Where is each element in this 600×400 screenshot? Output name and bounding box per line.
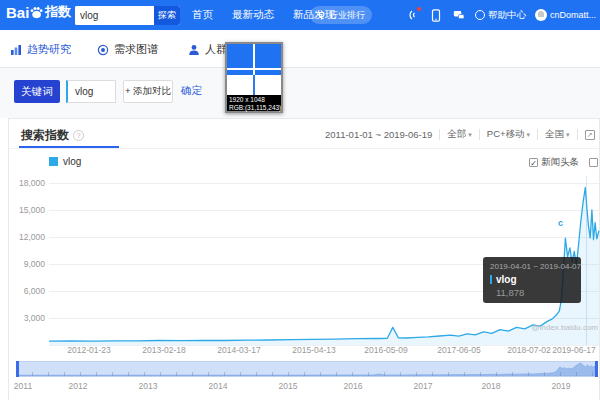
checkbox-unchecked-icon [589, 158, 598, 167]
checkbox-average[interactable]: 平均值 [589, 156, 600, 169]
baidu-index-logo[interactable]: Bai 指数 [6, 3, 71, 21]
tab-trend-research-label: 趋势研究 [27, 42, 71, 57]
year-label: 2011 [14, 381, 32, 391]
username: cnDomatt... [550, 10, 596, 20]
panel-tab-row: 搜索指数 ? 2011-01-01 ~ 2019-06-19 全部▾ PC+移动… [9, 119, 599, 149]
header-search: 探索 [75, 6, 180, 25]
keyword-value-box[interactable]: vlog [66, 80, 116, 103]
chevron-down-icon: ▾ [468, 131, 472, 139]
top-header: Bai 指数 探索 首页 最新动态 新品发现 行业排行 [0, 0, 600, 30]
help-question-icon[interactable]: ? [73, 130, 84, 141]
function-toolbar: 趋势研究 需求图谱 人群画像 [0, 30, 600, 68]
year-label: 2018 [482, 381, 501, 391]
year-label: 2017 [414, 381, 433, 391]
filter-all-dropdown[interactable]: 全部▾ [447, 128, 472, 141]
keyword-button[interactable]: 关键词 [14, 80, 60, 103]
legend-label: vlog [63, 156, 81, 167]
trend-chart-icon [10, 44, 22, 56]
year-label: 2013 [139, 381, 158, 391]
slider-handle-left[interactable] [16, 361, 19, 377]
feedback-icon[interactable] [452, 8, 466, 22]
logo-text: Bai [6, 4, 29, 21]
user-account[interactable]: cnDomatt... [535, 9, 596, 21]
magnifier-preview-blue [227, 44, 281, 75]
tooltip-date-range: 2019-04-01 ~ 2019-04-07 [490, 262, 574, 271]
demand-map-icon [97, 44, 109, 56]
mobile-icon[interactable] [429, 8, 443, 22]
x-tick: 2017-06-05 [437, 345, 480, 355]
slider-handle-right[interactable] [595, 361, 598, 377]
tooltip-value: 11,878 [496, 287, 574, 298]
tooltip-series-name: vlog [496, 274, 517, 285]
logo-suffix: 指数 [45, 3, 71, 21]
x-tick: 2014-03-17 [217, 345, 260, 355]
keyword-bar: 关键词 vlog + 添加对比 确定 [0, 68, 600, 118]
industry-ranking-button[interactable]: 行业排行 [310, 6, 372, 24]
magnifier-rgb: RGB:(31,115,243) [229, 104, 279, 112]
tab-search-index[interactable]: 搜索指数 ? [21, 127, 84, 144]
checkbox-news-headlines[interactable]: ✓ 新闻头条 [529, 156, 579, 169]
chevron-down-icon: ▾ [527, 131, 531, 139]
baidu-index-page: Bai 指数 探索 首页 最新动态 新品发现 行业排行 [0, 0, 600, 400]
help-center-label: 帮助中心 [488, 9, 526, 22]
magnifier-readout: 1920 x 1048 RGB:(31,115,243) [227, 95, 281, 111]
tab-demand-map-label: 需求图谱 [114, 42, 158, 57]
tab-search-index-label: 搜索指数 [21, 127, 69, 144]
help-center[interactable]: 帮助中心 [475, 9, 526, 22]
tooltip-series-swatch [490, 275, 492, 284]
avatar [535, 9, 547, 21]
color-picker-magnifier: 1920 x 1048 RGB:(31,115,243) [225, 42, 283, 113]
tab-demand-map[interactable]: 需求图谱 [97, 42, 158, 57]
year-label: 2015 [279, 381, 298, 391]
nav-home[interactable]: 首页 [192, 8, 213, 22]
trend-chart[interactable]: 18,000 15,000 12,000 9,000 6,000 3,000 c… [9, 173, 600, 355]
export-icon[interactable]: ↗ [585, 130, 595, 140]
search-input[interactable] [75, 6, 154, 25]
magnifier-preview-white [227, 75, 281, 95]
search-index-panel: 搜索指数 ? 2011-01-01 ~ 2019-06-19 全部▾ PC+移动… [8, 118, 600, 400]
nav-latest[interactable]: 最新动态 [232, 8, 274, 22]
year-label: 2016 [344, 381, 363, 391]
chart-checkboxes: ✓ 新闻头条 平均值 [529, 156, 600, 169]
year-label: 2019 [552, 381, 571, 391]
legend-row: vlog ✓ 新闻头条 平均值 [9, 149, 599, 173]
x-tick: 2012-01-23 [67, 345, 110, 355]
checkbox-checked-icon: ✓ [529, 158, 538, 167]
crosshair-vertical [253, 44, 255, 75]
legend-vlog[interactable]: vlog [49, 156, 81, 167]
magnifier-dimensions: 1920 x 1048 [229, 96, 279, 104]
x-tick: 2019-06-17 [552, 345, 595, 355]
legend-color-swatch [49, 157, 58, 166]
industry-ranking-label: 行业排行 [329, 9, 365, 22]
chart-tooltip: 2019-04-01 ~ 2019-04-07 vlog 11,878 [483, 257, 581, 303]
date-range[interactable]: 2011-01-01 ~ 2019-06-19 [325, 129, 432, 140]
notification-dot [417, 7, 421, 11]
paw-icon [29, 5, 44, 20]
x-tick: 2018-07-02 [507, 345, 550, 355]
x-tick: 2013-02-18 [142, 345, 185, 355]
slider-ticks [17, 372, 597, 376]
chart-controls: 2011-01-01 ~ 2019-06-19 全部▾ PC+移动▾ 全国▾ ↗ [325, 128, 595, 141]
search-button[interactable]: 探索 [154, 6, 180, 25]
ranking-icon [317, 11, 326, 20]
header-icons: 帮助中心 cnDomatt... [406, 0, 596, 30]
active-tab-underline [19, 146, 119, 148]
year-label: 2012 [69, 381, 88, 391]
time-range-slider[interactable] [16, 361, 598, 377]
filter-device-dropdown[interactable]: PC+移动▾ [487, 128, 530, 141]
broadcast-icon[interactable] [406, 8, 420, 22]
chevron-down-icon: ▾ [566, 131, 570, 139]
tab-trend-research[interactable]: 趋势研究 [10, 42, 71, 57]
add-compare-button[interactable]: + 添加对比 [123, 80, 173, 103]
help-center-icon [475, 10, 485, 20]
watermark: @index.baidu.com [532, 323, 598, 332]
news-event-marker[interactable]: c [558, 218, 563, 228]
audience-icon [188, 44, 200, 56]
x-tick: 2016-05-09 [364, 345, 407, 355]
filter-region-dropdown[interactable]: 全国▾ [545, 128, 570, 141]
year-label: 2014 [209, 381, 228, 391]
confirm-link[interactable]: 确定 [181, 84, 202, 98]
x-tick: 2015-04-13 [292, 345, 335, 355]
